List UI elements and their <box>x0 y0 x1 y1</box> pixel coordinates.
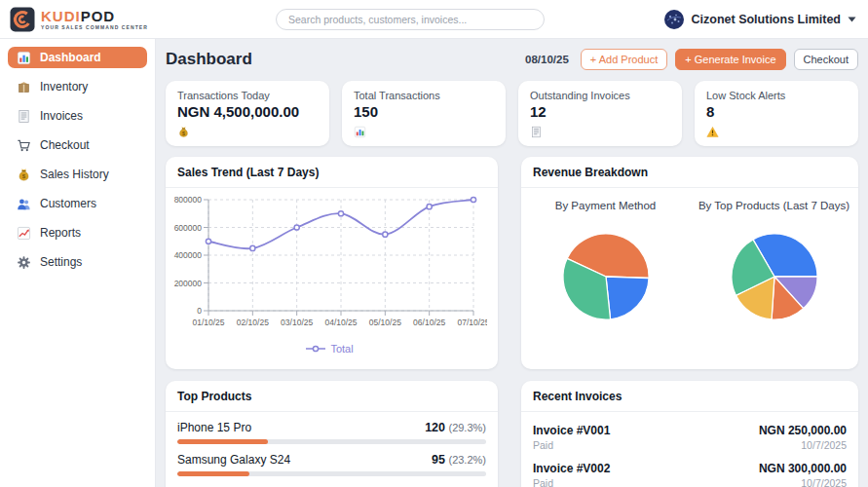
stat-value: 12 <box>530 103 670 120</box>
stat-value: 150 <box>354 103 494 120</box>
sales-trend-card: Sales Trend (Last 7 Days) 02000004000006… <box>166 157 498 369</box>
sidebar-item-label: Invoices <box>40 109 83 123</box>
package-icon <box>17 80 31 94</box>
brand-tagline: YOUR SALES COMMAND CENTER <box>41 25 148 30</box>
invoice-amount: NGN 300,000.00 <box>759 462 847 475</box>
revenue-breakdown-title: Revenue Breakdown <box>521 157 858 188</box>
svg-text:800000: 800000 <box>174 195 203 205</box>
svg-text:04/10/25: 04/10/25 <box>324 318 357 327</box>
invoice-id: Invoice #V001 <box>533 424 610 437</box>
product-share: (23.2%) <box>448 454 486 466</box>
sidebar-item-customers[interactable]: Customers <box>8 193 147 214</box>
top-products-title: Top Products <box>166 381 498 412</box>
page-header: Dashboard 08/10/25 + Add Product + Gener… <box>166 46 858 73</box>
chevron-down-icon <box>848 17 856 22</box>
product-name: Samsung Galaxy S24 <box>177 453 290 467</box>
sidebar-item-sales-history[interactable]: $ Sales History <box>8 164 147 185</box>
invoice-row: Invoice #V001 NGN 250,000.00 Paid 10/7/2… <box>533 419 847 457</box>
legend-item-total[interactable]: Total <box>168 343 492 355</box>
generate-invoice-button[interactable]: + Generate Invoice <box>675 49 785 70</box>
app-logo: KUDIPOD YOUR SALES COMMAND CENTER <box>0 7 148 32</box>
receipt-icon <box>17 109 31 124</box>
invoice-date: 10/7/2025 <box>801 477 847 487</box>
bar-chart-icon <box>17 51 31 65</box>
product-bar <box>177 439 268 444</box>
customers-icon <box>17 197 31 211</box>
sidebar-item-label: Reports <box>40 226 81 240</box>
topbar: KUDIPOD YOUR SALES COMMAND CENTER Cizone… <box>0 0 868 39</box>
revenue-breakdown-card: Revenue Breakdown By Payment Method By T… <box>521 157 858 369</box>
product-count: 95 <box>432 453 445 467</box>
gear-icon <box>17 255 31 270</box>
sidebar-item-checkout[interactable]: Checkout <box>8 134 147 156</box>
sidebar-item-label: Settings <box>40 255 82 269</box>
stat-value: NGN 4,500,000.00 <box>177 103 318 120</box>
invoice-date: 10/7/2025 <box>801 439 847 451</box>
brand-name: KUDIPOD <box>41 9 148 23</box>
svg-text:0: 0 <box>197 306 202 316</box>
stat-card-total-transactions: Total Transactions 150 <box>342 81 506 146</box>
product-name: iPhone 15 Pro <box>177 421 251 434</box>
product-bar <box>177 471 249 476</box>
sidebar-item-settings[interactable]: Settings <box>8 251 147 273</box>
account-menu[interactable]: Cizonet Solutions Limited <box>663 0 856 39</box>
svg-text:600000: 600000 <box>174 223 203 233</box>
pie-top-products <box>729 231 820 322</box>
stat-label: Low Stock Alerts <box>706 90 847 101</box>
main-content: Dashboard 08/10/25 + Add Product + Gener… <box>156 39 868 487</box>
svg-text:06/10/25: 06/10/25 <box>413 318 445 327</box>
product-row: iPhone 15 Pro 120 (29.3%) <box>177 421 486 444</box>
stat-label: Outstanding Invoices <box>530 90 670 101</box>
pie-payment-method <box>560 231 652 322</box>
svg-text:200000: 200000 <box>174 279 203 288</box>
invoice-status: Paid <box>533 477 553 487</box>
product-share: (29.3%) <box>448 422 486 433</box>
sales-trend-chart: 020000040000060000080000001/10/2502/10/2… <box>168 192 487 338</box>
invoice-status: Paid <box>533 439 553 451</box>
sidebar-item-reports[interactable]: Reports <box>8 222 147 244</box>
product-count: 120 <box>425 421 445 434</box>
sidebar-item-inventory[interactable]: Inventory <box>8 76 147 97</box>
recent-invoices-card: Recent Invoices Invoice #V001 NGN 250,00… <box>521 381 858 487</box>
product-row: Samsung Galaxy S24 95 (23.2%) <box>177 453 486 476</box>
bar-chart-icon <box>354 125 494 142</box>
sidebar-item-label: Customers <box>40 197 96 210</box>
sidebar-item-label: Sales History <box>40 168 109 181</box>
legend-label: Total <box>330 343 353 355</box>
svg-text:03/10/25: 03/10/25 <box>281 318 313 327</box>
invoice-amount: NGN 250,000.00 <box>759 424 847 437</box>
product-bar-track <box>177 439 486 444</box>
sidebar-item-dashboard[interactable]: Dashboard <box>8 47 147 68</box>
money-bag-icon: $ <box>177 125 318 142</box>
sidebar-item-label: Checkout <box>40 138 90 152</box>
svg-text:02/10/25: 02/10/25 <box>237 318 269 327</box>
stat-label: Transactions Today <box>177 90 318 101</box>
recent-invoices-title: Recent Invoices <box>521 381 858 412</box>
warning-icon <box>706 125 847 142</box>
svg-text:$: $ <box>182 131 185 136</box>
top-products-card: Top Products iPhone 15 Pro 120 (29.3%) S… <box>166 381 498 487</box>
sidebar-item-label: Dashboard <box>40 51 101 64</box>
cart-icon <box>17 138 31 153</box>
svg-text:01/10/25: 01/10/25 <box>192 318 224 327</box>
search-input[interactable] <box>276 9 545 30</box>
sidebar: Dashboard Inventory Invoices Checkout <box>0 39 156 487</box>
sidebar-item-label: Inventory <box>40 80 88 94</box>
stat-card-transactions-today: Transactions Today NGN 4,500,000.00 $ <box>166 81 329 146</box>
sales-trend-title: Sales Trend (Last 7 Days) <box>166 157 498 188</box>
chart-up-icon <box>17 226 31 241</box>
checkout-button[interactable]: Checkout <box>794 49 858 70</box>
money-bag-icon: $ <box>17 168 31 182</box>
add-product-button[interactable]: + Add Product <box>581 49 667 70</box>
svg-text:05/10/25: 05/10/25 <box>369 318 401 327</box>
stats-row: Transactions Today NGN 4,500,000.00 $ To… <box>166 81 858 146</box>
sidebar-item-invoices[interactable]: Invoices <box>8 105 147 127</box>
account-name: Cizonet Solutions Limited <box>692 13 841 26</box>
invoice-id: Invoice #V002 <box>533 462 610 475</box>
pie-top-products-title: By Top Products (Last 7 Days) <box>698 200 849 211</box>
kudipod-logo-icon <box>10 7 35 32</box>
receipt-icon <box>530 125 670 142</box>
date-label: 08/10/25 <box>525 54 569 65</box>
svg-text:07/10/25: 07/10/25 <box>457 318 487 327</box>
product-bar-track <box>177 471 486 476</box>
